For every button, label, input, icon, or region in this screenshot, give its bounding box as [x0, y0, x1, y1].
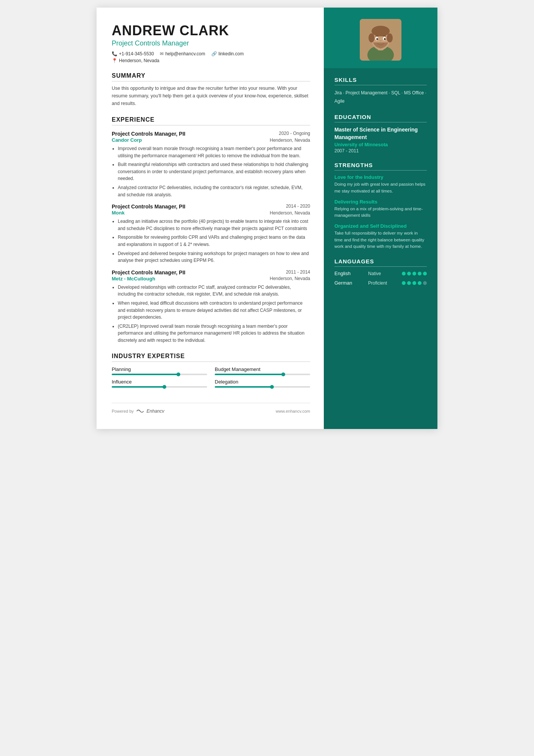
- lang-german-level: Proficient: [368, 280, 395, 286]
- email-value: help@enhancv.com: [165, 51, 205, 56]
- experience-heading: EXPERIENCE: [112, 116, 310, 125]
- job-2-bullet-1: Leading an initiative across the portfol…: [118, 218, 310, 232]
- lang-dot: [407, 272, 411, 275]
- skills-section: SKILLS Jira · Project Management · SQL ·…: [324, 77, 437, 105]
- expertise-planning-fill: [112, 374, 178, 375]
- expertise-delegation-bar: [215, 386, 310, 388]
- strengths-heading: STRENGTHS: [334, 162, 427, 171]
- email-icon: ✉: [160, 51, 164, 56]
- right-column: SKILLS Jira · Project Management · SQL ·…: [324, 8, 437, 429]
- lang-german-name: German: [334, 280, 361, 286]
- job-3-bullets: Developed relationships with contractor …: [112, 284, 310, 344]
- edu-degree: Master of Science in Engineering Managem…: [334, 126, 427, 141]
- svg-point-10: [384, 38, 386, 40]
- phone-icon: 📞: [112, 51, 117, 56]
- strength-3-title: Organized and Self Disciplined: [334, 223, 427, 229]
- contact-row-1: 📞 +1-914-345-5530 ✉ help@enhancv.com 🔗 l…: [112, 51, 310, 56]
- job-1-header: Project Controls Manager, PII 2020 - Ong…: [112, 131, 310, 137]
- lang-dot: [412, 281, 416, 285]
- svg-point-6: [387, 33, 393, 42]
- skills-text: Jira · Project Management · SQL · MS Off…: [334, 89, 427, 105]
- email-contact: ✉ help@enhancv.com: [160, 51, 205, 56]
- job-1-bullets: Improved overall team morale through rec…: [112, 145, 310, 198]
- job-3-company: Metz - McCullough: [112, 276, 155, 282]
- job-2-header: Project Controls Manager, PII 2014 - 202…: [112, 203, 310, 210]
- linkedin-value: linkedin.com: [219, 51, 244, 56]
- candidate-photo: [360, 19, 401, 61]
- education-block: Master of Science in Engineering Managem…: [334, 126, 427, 153]
- job-3-header: Project Controls Manager, PII 2011 - 201…: [112, 269, 310, 275]
- expertise-budget: Budget Management: [215, 366, 310, 375]
- expertise-planning-dot: [176, 373, 180, 376]
- strength-1-title: Love for the Industry: [334, 174, 427, 180]
- education-heading: EDUCATION: [334, 114, 427, 122]
- strength-3-desc: Take full responsibility to deliver my w…: [334, 230, 427, 250]
- expertise-grid: Planning Budget Management Influence: [112, 366, 310, 388]
- strength-3: Organized and Self Disciplined Take full…: [334, 223, 427, 250]
- job-3: Project Controls Manager, PII 2011 - 201…: [112, 269, 310, 344]
- job-2: Project Controls Manager, PII 2014 - 202…: [112, 203, 310, 264]
- summary-section: SUMMARY Use this opportunity to intrigue…: [112, 72, 310, 107]
- summary-text: Use this opportunity to intrigue and dra…: [112, 85, 310, 107]
- language-english: English Native: [334, 271, 427, 276]
- enhancv-logo-icon: [136, 409, 144, 414]
- job-1-company-row: Candor Corp Henderson, Nevada: [112, 137, 310, 143]
- expertise-planning-bar: [112, 374, 207, 375]
- job-3-dates: 2011 - 2014: [286, 269, 310, 275]
- job-1-bullet-2: Built meaningful relationships with cont…: [118, 161, 310, 182]
- candidate-title: Project Controls Manager: [112, 39, 310, 47]
- languages-heading: LANGUAGES: [334, 258, 427, 267]
- phone-contact: 📞 +1-914-345-5530: [112, 51, 154, 56]
- job-2-bullets: Leading an initiative across the portfol…: [112, 218, 310, 264]
- job-3-company-row: Metz - McCullough Henderson, Nevada: [112, 276, 310, 282]
- lang-english-dots: [402, 272, 427, 275]
- strength-2-title: Delivering Results: [334, 199, 427, 205]
- expertise-budget-dot: [281, 373, 285, 376]
- lang-dot: [423, 281, 427, 285]
- job-2-company: Monk: [112, 210, 125, 216]
- brand-name: Enhancv: [147, 409, 164, 414]
- expertise-influence: Influence: [112, 379, 207, 388]
- footer-website: www.enhancv.com: [276, 409, 310, 413]
- job-1-company: Candor Corp: [112, 137, 142, 143]
- footer: Powered by Enhancv www.enhancv.com: [112, 403, 310, 414]
- expertise-planning-label: Planning: [112, 366, 207, 372]
- languages-section: LANGUAGES English Native German Proficie…: [324, 258, 437, 286]
- candidate-name: ANDREW CLARK: [112, 23, 310, 39]
- strengths-section: STRENGTHS Love for the Industry Doing my…: [324, 162, 437, 250]
- expertise-influence-label: Influence: [112, 379, 207, 385]
- svg-point-5: [368, 33, 375, 42]
- lang-english-level: Native: [368, 271, 395, 276]
- job-2-title: Project Controls Manager, PII: [112, 203, 186, 210]
- job-2-dates: 2014 - 2020: [286, 203, 310, 209]
- education-section: EDUCATION Master of Science in Engineeri…: [324, 114, 437, 153]
- phone-value: +1-914-345-5530: [119, 51, 154, 56]
- job-1-title: Project Controls Manager, PII: [112, 131, 186, 137]
- expertise-delegation: Delegation: [215, 379, 310, 388]
- expertise-delegation-fill: [215, 386, 272, 388]
- header-section: ANDREW CLARK Project Controls Manager 📞 …: [112, 23, 310, 63]
- edu-years: 2007 - 2011: [334, 148, 427, 153]
- left-column: ANDREW CLARK Project Controls Manager 📞 …: [97, 8, 324, 429]
- expertise-influence-dot: [162, 385, 166, 389]
- expertise-heading: INDUSTRY EXPERTISE: [112, 353, 310, 362]
- svg-point-4: [372, 26, 390, 36]
- job-1-location: Henderson, Nevada: [270, 138, 310, 143]
- job-1-bullet-1: Improved overall team morale through rec…: [118, 145, 310, 159]
- job-3-title: Project Controls Manager, PII: [112, 269, 186, 275]
- skills-heading: SKILLS: [334, 77, 427, 85]
- lang-german-dots: [402, 281, 427, 285]
- expertise-influence-fill: [112, 386, 164, 388]
- experience-section: EXPERIENCE Project Controls Manager, PII…: [112, 116, 310, 344]
- job-3-bullet-2: When required, lead difficult discussion…: [118, 300, 310, 321]
- expertise-delegation-label: Delegation: [215, 379, 310, 385]
- contact-row-2: 📍 Henderson, Nevada: [112, 58, 310, 63]
- job-2-company-row: Monk Henderson, Nevada: [112, 210, 310, 216]
- svg-point-9: [376, 38, 378, 40]
- lang-dot: [423, 272, 427, 275]
- expertise-budget-bar: [215, 374, 310, 375]
- lang-dot: [412, 272, 416, 275]
- industry-expertise-section: INDUSTRY EXPERTISE Planning Budget Manag…: [112, 353, 310, 388]
- linkedin-contact: 🔗 linkedin.com: [211, 51, 244, 56]
- job-3-bullet-1: Developed relationships with contractor …: [118, 284, 310, 298]
